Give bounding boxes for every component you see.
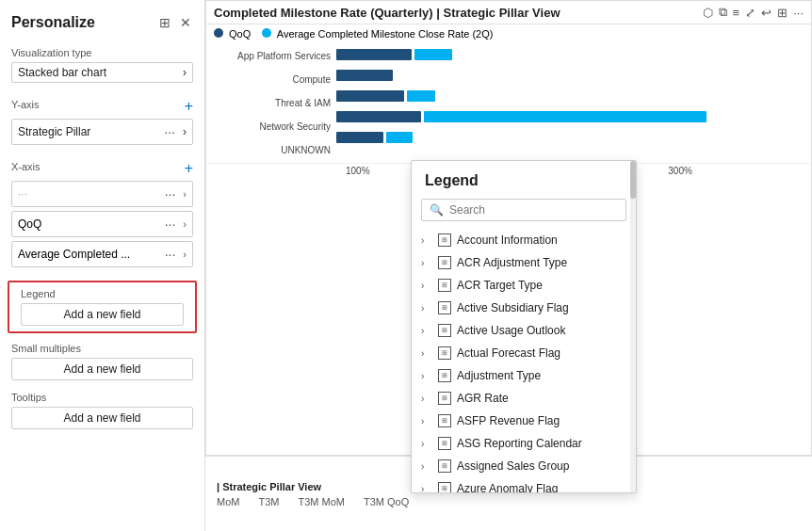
bar-row-3 xyxy=(336,90,804,102)
layout-icon[interactable]: ⊞ xyxy=(157,13,172,32)
legend-add-field-button[interactable]: Add a new field xyxy=(21,303,184,326)
tab-mom[interactable]: MoM xyxy=(217,496,239,507)
list-item-asg-reporting-calendar[interactable]: › ⊞ ASG Reporting Calendar xyxy=(412,432,636,455)
list-item-azure-anomaly-flag[interactable]: › ⊞ Azure Anomaly Flag xyxy=(412,477,636,492)
table-icon-12: ⊞ xyxy=(438,482,451,492)
chevron-right-icon-2: › xyxy=(183,125,187,138)
chart-toolbar-icons: ⬡ ⧉ ≡ ⤢ ↩ ⊞ ··· xyxy=(703,5,804,20)
bar-dark-4 xyxy=(336,111,421,122)
undo-icon[interactable]: ↩ xyxy=(761,5,771,20)
item-label-account-information: Account Information xyxy=(457,233,558,247)
panel-header-icons: ⊞ ✕ xyxy=(157,13,193,32)
grid-icon[interactable]: ⊞ xyxy=(777,5,788,20)
table-icon-9: ⊞ xyxy=(438,414,451,427)
chevron-right-icon-li6: › xyxy=(421,348,432,359)
more-icon[interactable]: ··· xyxy=(793,5,804,20)
qoq-dot xyxy=(214,28,223,38)
list-item-active-usage-outlook[interactable]: › ⊞ Active Usage Outlook xyxy=(412,319,636,342)
chevron-right-icon-li3: › xyxy=(421,281,432,291)
bar-row-1 xyxy=(336,49,804,60)
bar-dark-1 xyxy=(336,49,412,60)
table-icon-1: ⊞ xyxy=(438,233,451,247)
expand-icon[interactable]: ⤢ xyxy=(745,5,755,20)
y-axis-dropdown[interactable]: Strategic Pillar ··· › xyxy=(11,119,193,145)
tab-t3m-qoq[interactable]: T3M QoQ xyxy=(364,496,409,507)
list-item-acr-adjustment-type[interactable]: › ⊞ ACR Adjustment Type xyxy=(412,251,636,274)
bar-row-4 xyxy=(336,111,804,122)
y-label-5: UNKNOWN xyxy=(214,145,331,155)
visualization-type-value: Stacked bar chart xyxy=(18,66,106,79)
tab-t3m-mom[interactable]: T3M MoM xyxy=(298,496,345,507)
x-axis-field-avg[interactable]: Average Completed ... ··· › xyxy=(11,241,193,267)
chevron-right-icon-li5: › xyxy=(421,326,432,336)
list-item-acr-target-type[interactable]: › ⊞ ACR Target Type xyxy=(412,274,636,297)
visualization-type-dropdown[interactable]: Stacked bar chart › xyxy=(11,62,193,83)
list-item-agr-rate[interactable]: › ⊞ AGR Rate xyxy=(412,387,636,410)
list-item-actual-forecast-flag[interactable]: › ⊞ Actual Forecast Flag xyxy=(412,342,636,364)
list-icon[interactable]: ≡ xyxy=(733,5,740,20)
left-panel: Personalize ⊞ ✕ Visualization type Stack… xyxy=(0,0,205,531)
visualization-type-label: Visualization type xyxy=(11,47,193,58)
item-label-adjustment-type: Adjustment Type xyxy=(457,369,541,382)
y-axis-value: Strategic Pillar xyxy=(18,125,90,138)
chevron-right-icon-5: › xyxy=(183,249,187,260)
legend-dropdown: Legend 🔍 › ⊞ Account Information › ⊞ ACR… xyxy=(411,160,637,493)
chart-title: Completed Milestone Rate (Quarterly) | S… xyxy=(214,6,560,20)
bar-light-5 xyxy=(386,132,413,143)
y-label-4: Network Security xyxy=(214,121,331,132)
chart-toolbar: Completed Milestone Rate (Quarterly) | S… xyxy=(206,1,811,24)
y-axis-add-button[interactable]: + xyxy=(185,98,193,115)
bottom-tabs: MoM T3M T3M MoM T3M QoQ xyxy=(217,496,801,507)
legend-label: Legend xyxy=(21,288,184,299)
chevron-right-icon-li12: › xyxy=(421,484,432,493)
share-icon[interactable]: ⬡ xyxy=(703,5,713,20)
list-item-active-subsidiary-flag[interactable]: › ⊞ Active Subsidiary Flag xyxy=(412,297,636,319)
chevron-right-icon-3: › xyxy=(183,188,187,200)
bottom-title-text: | Strategic Pillar View xyxy=(217,481,321,492)
y-label-2: Compute xyxy=(214,74,331,85)
qoq-label: QoQ xyxy=(229,28,251,40)
item-label-agr-rate: AGR Rate xyxy=(457,392,509,405)
table-icon-5: ⊞ xyxy=(438,324,451,337)
y-axis-more-icon[interactable]: ··· xyxy=(160,122,179,141)
list-item-adjustment-type[interactable]: › ⊞ Adjustment Type xyxy=(412,364,636,387)
x-axis-field-1-more[interactable]: ··· xyxy=(161,185,180,203)
y-axis-labels: App Platform Services Compute Threat & I… xyxy=(214,51,336,155)
x-axis-avg-more[interactable]: ··· xyxy=(161,245,180,264)
copy-icon[interactable]: ⧉ xyxy=(719,5,727,20)
table-icon-2: ⊞ xyxy=(438,256,451,269)
small-multiples-label: Small multiples xyxy=(11,343,193,354)
small-multiples-add-button[interactable]: Add a new field xyxy=(11,358,193,380)
table-icon-3: ⊞ xyxy=(438,279,451,292)
bar-dark-3 xyxy=(336,90,404,102)
bars-area xyxy=(336,49,804,155)
legend-search-box[interactable]: 🔍 xyxy=(421,199,626,221)
table-icon-10: ⊞ xyxy=(438,437,451,450)
x-axis-add-button[interactable]: + xyxy=(185,160,193,177)
panel-header: Personalize ⊞ ✕ xyxy=(0,9,204,41)
list-item-asfp-revenue-flag[interactable]: › ⊞ ASFP Revenue Flag xyxy=(412,410,636,432)
item-label-acr-adjustment-type: ACR Adjustment Type xyxy=(457,256,567,269)
y-axis-section: Y-axis + Strategic Pillar ··· › xyxy=(0,92,204,154)
avg-dot xyxy=(262,28,271,38)
item-label-active-subsidiary-flag: Active Subsidiary Flag xyxy=(457,301,569,314)
tab-t3m[interactable]: T3M xyxy=(258,496,279,507)
close-icon[interactable]: ✕ xyxy=(178,13,193,32)
chevron-right-icon-li11: › xyxy=(421,461,432,472)
x-axis-field-qoq[interactable]: QoQ ··· › xyxy=(11,211,193,237)
visualization-type-section: Visualization type Stacked bar chart › xyxy=(0,41,204,92)
bar-light-1 xyxy=(414,49,452,60)
item-label-actual-forecast-flag: Actual Forecast Flag xyxy=(457,346,560,360)
item-label-azure-anomaly-flag: Azure Anomaly Flag xyxy=(457,482,558,492)
avg-label: Average Completed Milestone Close Rate (… xyxy=(277,28,494,40)
list-item-account-information[interactable]: › ⊞ Account Information xyxy=(412,229,636,251)
chart-body: App Platform Services Compute Threat & I… xyxy=(206,43,811,161)
item-label-asfp-revenue-flag: ASFP Revenue Flag xyxy=(457,414,560,427)
tooltips-add-button[interactable]: Add a new field xyxy=(11,407,193,429)
x-axis-field-1[interactable]: ··· ··· › xyxy=(11,181,193,207)
list-item-assigned-sales-group[interactable]: › ⊞ Assigned Sales Group xyxy=(412,455,636,477)
table-icon-4: ⊞ xyxy=(438,301,451,314)
scrollbar-thumb[interactable] xyxy=(630,161,636,199)
x-axis-qoq-more[interactable]: ··· xyxy=(161,215,180,233)
legend-search-input[interactable] xyxy=(449,203,618,217)
